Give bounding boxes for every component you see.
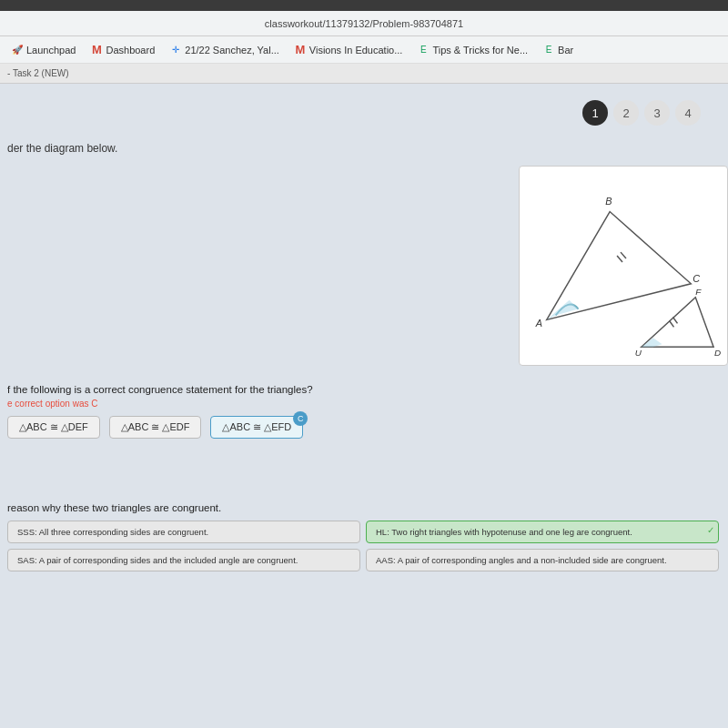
bar-icon: E: [542, 44, 555, 56]
bookmark-dashboard-label: Dashboard: [106, 45, 155, 56]
reason-text: reason why these two triangles are congr…: [7, 502, 719, 513]
svg-text:C: C: [693, 273, 700, 284]
url-bar[interactable]: classworkout/11379132/Problem-983704871: [0, 11, 728, 36]
reason-sss[interactable]: SSS: All three corresponding sides are c…: [7, 521, 360, 543]
reason-sas[interactable]: SAS: A pair of corresponding sides and t…: [7, 549, 360, 571]
svg-line-13: [670, 320, 674, 327]
tips-icon: E: [417, 44, 430, 56]
page-2-button[interactable]: 2: [613, 100, 639, 126]
url-text: classworkout/11379132/Problem-983704871: [7, 18, 721, 29]
page-1-button[interactable]: 1: [582, 100, 608, 126]
bookmark-launchpad[interactable]: 🚀 Launchpad: [5, 42, 81, 58]
dashboard-icon: M: [90, 44, 103, 56]
answer-option-c[interactable]: △ABC ≅ △EFD C: [210, 416, 303, 439]
visions-icon: M: [294, 44, 307, 56]
bookmark-tips-label: Tips & Tricks for Ne...: [432, 45, 528, 56]
reason-options-grid: SSS: All three corresponding sides are c…: [7, 521, 719, 571]
check-icon: ✓: [707, 525, 714, 535]
svg-text:A: A: [535, 318, 542, 329]
bookmark-sanchez[interactable]: ✛ 21/22 Sanchez, Yal...: [164, 42, 285, 58]
svg-text:B: B: [605, 196, 612, 207]
diagram-box: B C A U F D: [519, 166, 728, 366]
browser-chrome: [0, 0, 728, 11]
bookmark-bar-label: Bar: [558, 45, 573, 56]
page-1-label: 1: [592, 106, 598, 120]
svg-marker-6: [642, 338, 662, 347]
selected-badge: C: [293, 411, 308, 426]
svg-marker-1: [547, 300, 579, 320]
svg-text:U: U: [635, 348, 642, 358]
bookmarks-bar: 🚀 Launchpad M Dashboard ✛ 21/22 Sanchez,…: [0, 36, 728, 64]
page-4-button[interactable]: 4: [675, 100, 701, 126]
launchpad-icon: 🚀: [11, 44, 24, 56]
reason-section: reason why these two triangles are congr…: [7, 502, 719, 571]
bookmark-bar[interactable]: E Bar: [537, 42, 579, 58]
answer-option-b[interactable]: △ABC ≅ △EDF: [109, 416, 202, 439]
svg-line-11: [617, 256, 622, 262]
reason-hl[interactable]: HL: Two right triangles with hypotenuse …: [366, 521, 719, 543]
bookmark-sanchez-label: 21/22 Sanchez, Yal...: [185, 45, 279, 56]
diagram-svg: B C A U F D: [520, 167, 727, 365]
bookmark-visions-label: Visions In Educatio...: [309, 45, 403, 56]
reason-aas[interactable]: AAS: A pair of corresponding angles and …: [366, 549, 719, 571]
svg-line-12: [673, 317, 678, 323]
main-content: 1 2 3 4 der the diagram below. B C A: [0, 84, 728, 728]
bookmark-launchpad-label: Launchpad: [26, 45, 76, 56]
bookmark-visions[interactable]: M Visions In Educatio...: [288, 42, 409, 58]
answer-option-a[interactable]: △ABC ≅ △DEF: [7, 416, 100, 439]
page-4-label: 4: [684, 106, 691, 120]
page-3-button[interactable]: 3: [644, 100, 670, 126]
question-text: f the following is a correct congruence …: [7, 384, 719, 395]
page-2-label: 2: [622, 106, 629, 120]
bookmark-dashboard[interactable]: M Dashboard: [85, 42, 160, 58]
answer-options-row: △ABC ≅ △DEF △ABC ≅ △EDF △ABC ≅ △EFD C: [7, 416, 719, 439]
question-area: f the following is a correct congruence …: [7, 384, 719, 446]
svg-text:F: F: [695, 287, 702, 297]
bookmark-tips[interactable]: E Tips & Tricks for Ne...: [411, 42, 533, 58]
svg-text:D: D: [714, 348, 721, 358]
instruction-text: der the diagram below.: [7, 142, 117, 155]
tab-bar: - Task 2 (NEW): [0, 64, 728, 84]
correct-notice: e correct option was C: [7, 399, 719, 409]
page-3-label: 3: [653, 106, 660, 120]
sanchez-icon: ✛: [169, 44, 182, 56]
tab-label: - Task 2 (NEW): [7, 68, 69, 78]
svg-line-10: [621, 252, 626, 258]
pagination: 1 2 3 4: [582, 100, 701, 126]
